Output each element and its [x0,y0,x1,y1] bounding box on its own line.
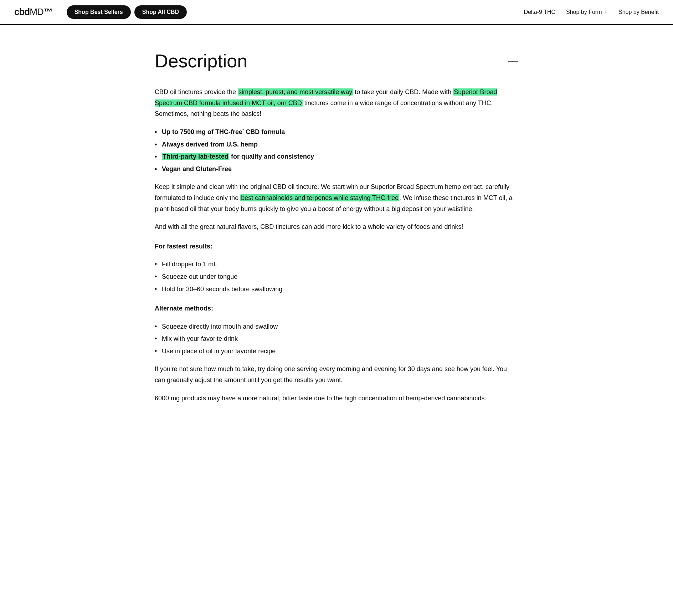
alternate-methods-item-1: Squeeze directly into mouth and swallow [155,321,518,332]
highlight-lab-tested: Third-party lab-tested [162,153,229,160]
header-nav-buttons: Shop Best Sellers Shop All CBD [67,5,187,19]
intro-paragraph: CBD oil tinctures provide the simplest, … [155,87,518,119]
fastest-results-list: Fill dropper to 1 mL Squeeze out under t… [155,259,518,294]
description-title: Description [155,46,247,76]
main-content: Description — CBD oil tinctures provide … [140,25,533,432]
highlight-versatile-way: simplest, purest, and most versatile way [238,88,353,96]
alternate-methods-item-2: Mix with your favorite drink [155,333,518,344]
paragraph-2: Keep it simple and clean with the origin… [155,181,518,214]
plus-icon: + [604,7,608,17]
paragraph-3: And with all the great natural flavors, … [155,221,518,232]
highlight-cannabinoids: best cannabinoids and terpenes while sta… [240,194,399,201]
fastest-results-label: For fastest results: [155,241,518,252]
shop-best-sellers-button[interactable]: Shop Best Sellers [67,5,131,19]
fastest-results-item-2: Squeeze out under tongue [155,271,518,282]
fastest-results-item-1: Fill dropper to 1 mL [155,259,518,270]
features-list: Up to 7500 mg of THC-free* CBD formula A… [155,127,518,174]
site-header: cbdMD™ Shop Best Sellers Shop All CBD De… [0,0,673,25]
site-logo: cbdMD™ [14,5,52,20]
paragraph-5: 6000 mg products may have a more natural… [155,393,518,404]
collapse-icon[interactable]: — [508,53,518,69]
alternate-methods-item-3: Use in place of oil in your favorite rec… [155,346,518,357]
description-header: Description — [155,46,518,76]
feature-item-2: Always derived from U.S. hemp [155,139,518,150]
fastest-results-item-3: Hold for 30–60 seconds before swallowing [155,284,518,295]
delta-9-link[interactable]: Delta-9 THC [524,7,555,17]
shop-by-benefit-link[interactable]: Shop by Benefit [618,7,659,17]
intro-text-between: to take your daily CBD. Made with [353,88,453,96]
shop-by-form-link[interactable]: Shop by Form + [566,7,608,17]
intro-text-before-1: CBD oil tinctures provide the [155,88,238,96]
paragraph-4: If you're not sure how much to take, try… [155,364,518,385]
feature-item-3: Third-party lab-tested for quality and c… [155,151,518,162]
alternate-methods-label: Alternate methods: [155,303,518,314]
feature-item-1: Up to 7500 mg of THC-free* CBD formula [155,127,518,138]
description-body: CBD oil tinctures provide the simplest, … [155,87,518,404]
shop-all-cbd-button[interactable]: Shop All CBD [134,5,187,19]
feature-item-4: Vegan and Gluten-Free [155,164,518,175]
alternate-methods-list: Squeeze directly into mouth and swallow … [155,321,518,357]
header-nav: Delta-9 THC Shop by Form + Shop by Benef… [524,7,659,17]
